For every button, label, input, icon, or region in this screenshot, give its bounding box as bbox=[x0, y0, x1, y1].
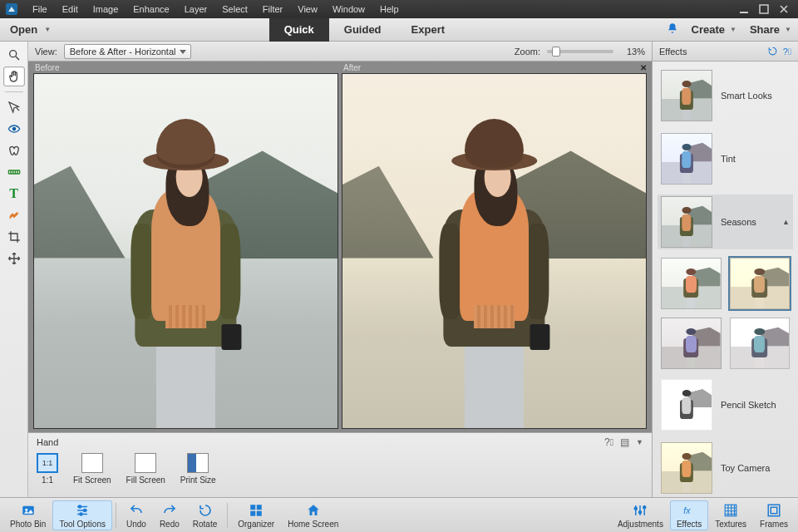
help-icon[interactable]: ?⃝ bbox=[604, 436, 613, 448]
menu-layer[interactable]: Layer bbox=[177, 4, 215, 14]
svg-line-4 bbox=[16, 57, 19, 60]
create-button[interactable]: Create▼ bbox=[692, 23, 736, 36]
effects-panel-title: Effects bbox=[659, 47, 687, 57]
menu-window[interactable]: Window bbox=[325, 4, 372, 14]
menu-edit[interactable]: Edit bbox=[55, 4, 86, 14]
whiten-teeth-tool[interactable] bbox=[3, 140, 25, 160]
effect-toy-camera[interactable]: Toy Camera bbox=[658, 441, 793, 495]
crop-tool[interactable] bbox=[3, 227, 25, 247]
open-button[interactable]: Open▼ bbox=[0, 23, 62, 36]
share-button[interactable]: Share▼ bbox=[750, 23, 791, 36]
redo-icon bbox=[162, 502, 177, 519]
eye-tool[interactable] bbox=[3, 119, 25, 139]
tool-options-button[interactable]: Tool Options bbox=[52, 500, 112, 530]
seasons-variant-4[interactable] bbox=[730, 318, 791, 369]
quick-select-tool[interactable] bbox=[3, 97, 25, 117]
effect-seasons[interactable]: Seasons ▲ bbox=[658, 195, 793, 249]
effects-icon: fx bbox=[682, 502, 697, 519]
svg-rect-2 bbox=[760, 5, 768, 13]
effects-tab[interactable]: fxEffects bbox=[670, 500, 708, 530]
view-dropdown[interactable]: Before & After - Horizontal bbox=[64, 44, 192, 59]
menu-help[interactable]: Help bbox=[372, 4, 406, 14]
svg-rect-17 bbox=[250, 510, 255, 515]
straighten-tool[interactable] bbox=[3, 162, 25, 182]
open-label: Open bbox=[10, 23, 37, 36]
mode-tab-expert[interactable]: Expert bbox=[397, 18, 460, 42]
effects-panel: Effects ?⃝ Smart Looks Tint Seasons ▲ bbox=[652, 42, 798, 497]
svg-text:fx: fx bbox=[683, 505, 691, 515]
move-tool[interactable] bbox=[3, 249, 25, 268]
tool-options-title: Hand bbox=[37, 437, 58, 447]
notifications-icon[interactable] bbox=[667, 22, 678, 37]
effect-smart-looks[interactable]: Smart Looks bbox=[658, 68, 793, 123]
tool-strip: T bbox=[0, 42, 28, 497]
adjustments-icon bbox=[633, 502, 648, 519]
zoom-value: 13% bbox=[620, 47, 645, 57]
photo-bin-icon bbox=[21, 502, 36, 519]
menu-enhance[interactable]: Enhance bbox=[126, 4, 176, 14]
tool-options-panel: Hand ?⃝ ▤ ▼ 1:11:1 Fit Screen Fill Scree… bbox=[28, 432, 652, 497]
textures-tab[interactable]: Textures bbox=[708, 500, 753, 530]
spot-heal-tool[interactable] bbox=[3, 205, 25, 225]
zoom-control: Zoom: 13% bbox=[515, 47, 645, 57]
bottom-bar: Photo Bin Tool Options Undo Redo Rotate … bbox=[0, 497, 798, 532]
svg-rect-6 bbox=[8, 170, 19, 174]
zoom-1to1-button[interactable]: 1:11:1 bbox=[37, 453, 58, 485]
mode-tab-quick[interactable]: Quick bbox=[269, 18, 329, 42]
zoom-label: Zoom: bbox=[515, 47, 540, 57]
before-canvas[interactable] bbox=[33, 73, 338, 429]
mode-tabs: Quick Guided Expert bbox=[269, 18, 460, 42]
window-close-button[interactable] bbox=[775, 2, 793, 16]
svg-rect-16 bbox=[257, 505, 262, 510]
home-screen-button[interactable]: Home Screen bbox=[281, 500, 345, 530]
hand-tool[interactable] bbox=[3, 66, 25, 86]
home-icon bbox=[306, 502, 321, 519]
reset-icon[interactable] bbox=[767, 46, 778, 57]
zoom-slider[interactable] bbox=[547, 50, 613, 53]
chevron-down-icon: ▼ bbox=[785, 26, 791, 33]
collapse-icon[interactable]: ▼ bbox=[636, 438, 643, 446]
type-tool[interactable]: T bbox=[3, 184, 25, 204]
tool-options-icon bbox=[75, 502, 90, 519]
organizer-icon bbox=[249, 502, 264, 519]
seasons-variant-1[interactable] bbox=[661, 258, 722, 309]
menu-select[interactable]: Select bbox=[214, 4, 255, 14]
svg-point-8 bbox=[25, 508, 27, 510]
app-logo-icon bbox=[5, 2, 18, 16]
window-maximize-button[interactable] bbox=[755, 2, 773, 16]
effect-tint[interactable]: Tint bbox=[658, 131, 793, 186]
fill-screen-button[interactable]: Fill Screen bbox=[126, 453, 165, 485]
fit-screen-button[interactable]: Fit Screen bbox=[73, 453, 111, 485]
view-options-bar: View: Before & After - Horizontal Zoom: … bbox=[28, 42, 652, 62]
menu-filter[interactable]: Filter bbox=[255, 4, 290, 14]
svg-rect-1 bbox=[740, 12, 748, 13]
seasons-variant-3[interactable] bbox=[661, 318, 722, 369]
svg-point-13 bbox=[84, 509, 86, 511]
print-size-button[interactable]: Print Size bbox=[180, 453, 216, 485]
close-document-button[interactable]: ✕ bbox=[640, 63, 647, 72]
frames-tab[interactable]: Frames bbox=[753, 500, 795, 530]
help-icon[interactable]: ?⃝ bbox=[783, 47, 791, 57]
menu-image[interactable]: Image bbox=[86, 4, 126, 14]
redo-button[interactable]: Redo bbox=[153, 500, 186, 530]
photo-bin-button[interactable]: Photo Bin bbox=[3, 500, 52, 530]
undo-icon bbox=[129, 502, 144, 519]
mode-tab-guided[interactable]: Guided bbox=[329, 18, 397, 42]
adjustments-tab[interactable]: Adjustments bbox=[611, 500, 670, 530]
before-label: Before bbox=[33, 63, 338, 72]
svg-point-5 bbox=[12, 127, 15, 130]
after-canvas[interactable] bbox=[342, 73, 647, 429]
effect-pencil-sketch[interactable]: Pencil Sketch bbox=[658, 377, 793, 432]
seasons-variant-2[interactable] bbox=[730, 258, 791, 309]
undo-button[interactable]: Undo bbox=[120, 500, 153, 530]
menu-view[interactable]: View bbox=[290, 4, 325, 14]
organizer-button[interactable]: Organizer bbox=[231, 500, 281, 530]
menu-file[interactable]: File bbox=[25, 4, 55, 14]
zoom-tool[interactable] bbox=[3, 45, 25, 65]
collapse-icon: ▲ bbox=[782, 218, 790, 226]
rotate-button[interactable]: Rotate bbox=[186, 500, 224, 530]
view-label: View: bbox=[35, 47, 57, 57]
panel-menu-icon[interactable]: ▤ bbox=[620, 436, 629, 448]
window-minimize-button[interactable] bbox=[735, 2, 753, 16]
chevron-down-icon: ▼ bbox=[44, 26, 51, 33]
